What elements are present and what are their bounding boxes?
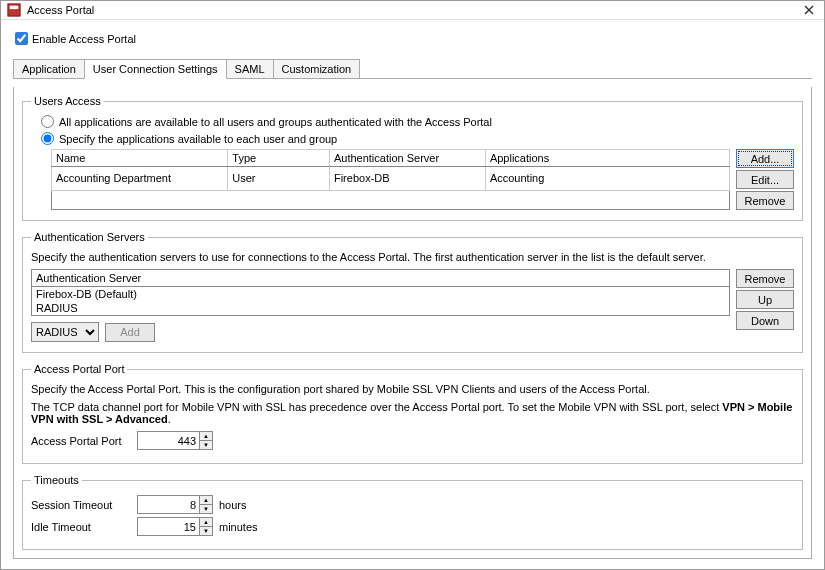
auth-left: Authentication Server Firebox-DB (Defaul… bbox=[31, 269, 730, 342]
spinner-down-icon[interactable]: ▼ bbox=[200, 505, 212, 513]
radio-all-label: All applications are available to all us… bbox=[59, 116, 492, 128]
auth-list-header: Authentication Server bbox=[32, 270, 729, 287]
add-user-button[interactable]: Add... bbox=[736, 149, 794, 168]
tab-application[interactable]: Application bbox=[13, 59, 85, 78]
tab-saml[interactable]: SAML bbox=[226, 59, 274, 78]
enable-checkbox-label: Enable Access Portal bbox=[32, 33, 136, 45]
spinner-up-icon[interactable]: ▲ bbox=[200, 496, 212, 505]
auth-servers-group: Authentication Servers Specify the authe… bbox=[22, 231, 803, 353]
idle-unit: minutes bbox=[219, 521, 258, 533]
col-applications: Applications bbox=[485, 150, 729, 167]
tab-bar: Application User Connection Settings SAM… bbox=[13, 59, 812, 79]
port-row: Access Portal Port ▲ ▼ bbox=[31, 431, 794, 450]
port-input[interactable] bbox=[137, 431, 199, 450]
window-title: Access Portal bbox=[27, 4, 800, 16]
list-item[interactable]: Firebox-DB (Default) bbox=[32, 287, 729, 301]
session-input[interactable] bbox=[137, 495, 199, 514]
table-header-row: Name Type Authentication Server Applicat… bbox=[52, 150, 730, 167]
session-unit: hours bbox=[219, 499, 247, 511]
session-label: Session Timeout bbox=[31, 499, 131, 511]
radio-all-apps[interactable]: All applications are available to all us… bbox=[41, 115, 794, 128]
idle-spinner[interactable]: ▲ ▼ bbox=[137, 517, 213, 536]
auth-button-column: Remove Up Down bbox=[736, 269, 794, 342]
session-spinner[interactable]: ▲ ▼ bbox=[137, 495, 213, 514]
cell-name: Accounting Department bbox=[52, 167, 228, 191]
table-empty-row bbox=[52, 190, 730, 209]
app-icon bbox=[7, 3, 21, 17]
tab-user-connection-settings[interactable]: User Connection Settings bbox=[84, 59, 227, 79]
idle-label: Idle Timeout bbox=[31, 521, 131, 533]
content-area: Enable Access Portal Application User Co… bbox=[1, 20, 824, 567]
edit-user-button[interactable]: Edit... bbox=[736, 170, 794, 189]
auth-row: Authentication Server Firebox-DB (Defaul… bbox=[31, 269, 794, 342]
port-label: Access Portal Port bbox=[31, 435, 131, 447]
col-auth-server: Authentication Server bbox=[329, 150, 485, 167]
spinner-up-icon[interactable]: ▲ bbox=[200, 518, 212, 527]
desc2-period: . bbox=[168, 413, 171, 425]
close-icon bbox=[804, 5, 814, 15]
auth-server-select[interactable]: RADIUS bbox=[31, 322, 99, 342]
list-item[interactable]: RADIUS bbox=[32, 301, 729, 315]
radio-specify-label: Specify the applications available to ea… bbox=[59, 133, 337, 145]
remove-auth-button[interactable]: Remove bbox=[736, 269, 794, 288]
dialog-window: Access Portal Enable Access Portal Appli… bbox=[0, 0, 825, 570]
port-spinner[interactable]: ▲ ▼ bbox=[137, 431, 213, 450]
timeouts-legend: Timeouts bbox=[31, 474, 82, 486]
enable-checkbox-input[interactable] bbox=[15, 32, 28, 45]
col-type: Type bbox=[228, 150, 330, 167]
cell-apps: Accounting bbox=[485, 167, 729, 191]
portal-port-desc1: Specify the Access Portal Port. This is … bbox=[31, 383, 794, 395]
idle-input[interactable] bbox=[137, 517, 199, 536]
portal-port-legend: Access Portal Port bbox=[31, 363, 127, 375]
titlebar: Access Portal bbox=[1, 1, 824, 20]
auth-bottom-row: RADIUS Add bbox=[31, 322, 730, 342]
radio-all-input[interactable] bbox=[41, 115, 54, 128]
auth-server-list[interactable]: Authentication Server Firebox-DB (Defaul… bbox=[31, 269, 730, 316]
auth-servers-legend: Authentication Servers bbox=[31, 231, 148, 243]
users-access-group: Users Access All applications are availa… bbox=[22, 95, 803, 221]
idle-timeout-row: Idle Timeout ▲ ▼ minutes bbox=[31, 517, 794, 536]
spinner-down-icon[interactable]: ▼ bbox=[200, 441, 212, 449]
portal-port-desc2: The TCP data channel port for Mobile VPN… bbox=[31, 401, 794, 425]
col-name: Name bbox=[52, 150, 228, 167]
spinner-arrows: ▲ ▼ bbox=[199, 517, 213, 536]
timeouts-group: Timeouts Session Timeout ▲ ▼ hours Idle … bbox=[22, 474, 803, 550]
enable-access-portal-checkbox[interactable]: Enable Access Portal bbox=[15, 32, 812, 45]
users-table[interactable]: Name Type Authentication Server Applicat… bbox=[51, 149, 730, 210]
cell-type: User bbox=[228, 167, 330, 191]
down-auth-button[interactable]: Down bbox=[736, 311, 794, 330]
up-auth-button[interactable]: Up bbox=[736, 290, 794, 309]
table-row[interactable]: Accounting Department User Firebox-DB Ac… bbox=[52, 167, 730, 191]
spinner-down-icon[interactable]: ▼ bbox=[200, 527, 212, 535]
users-button-column: Add... Edit... Remove bbox=[736, 149, 794, 210]
remove-user-button[interactable]: Remove bbox=[736, 191, 794, 210]
tab-content: Users Access All applications are availa… bbox=[13, 87, 812, 559]
radio-specify-input[interactable] bbox=[41, 132, 54, 145]
cell-auth: Firebox-DB bbox=[329, 167, 485, 191]
spinner-arrows: ▲ ▼ bbox=[199, 495, 213, 514]
add-auth-server-button[interactable]: Add bbox=[105, 323, 155, 342]
session-timeout-row: Session Timeout ▲ ▼ hours bbox=[31, 495, 794, 514]
tab-customization[interactable]: Customization bbox=[273, 59, 361, 78]
radio-specify-apps[interactable]: Specify the applications available to ea… bbox=[41, 132, 794, 145]
close-button[interactable] bbox=[800, 1, 818, 19]
users-grid-row: Name Type Authentication Server Applicat… bbox=[51, 149, 794, 210]
portal-port-group: Access Portal Port Specify the Access Po… bbox=[22, 363, 803, 464]
spinner-arrows: ▲ ▼ bbox=[199, 431, 213, 450]
desc2-text: The TCP data channel port for Mobile VPN… bbox=[31, 401, 722, 413]
users-access-legend: Users Access bbox=[31, 95, 104, 107]
svg-rect-1 bbox=[10, 6, 19, 10]
spinner-up-icon[interactable]: ▲ bbox=[200, 432, 212, 441]
auth-servers-desc: Specify the authentication servers to us… bbox=[31, 251, 794, 263]
